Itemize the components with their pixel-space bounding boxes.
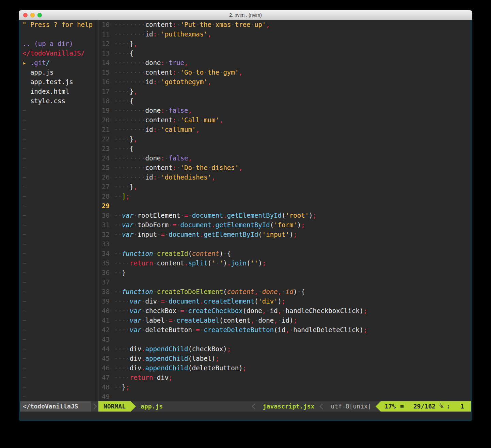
code-line[interactable]: 33 bbox=[98, 239, 471, 249]
code-token: ( bbox=[247, 259, 250, 267]
space-dot: · bbox=[196, 21, 200, 28]
line-number: 41 bbox=[98, 315, 114, 325]
code-line[interactable]: 14········done:·true, bbox=[98, 58, 471, 67]
space-dot: · bbox=[165, 316, 169, 324]
code-line[interactable]: 31··var·toDoForm·=·document.getElementBy… bbox=[98, 220, 471, 230]
code-line[interactable]: 28··]; bbox=[98, 191, 471, 201]
tilde-marker: ~ bbox=[22, 278, 26, 286]
code-line[interactable]: 18····{ bbox=[98, 96, 471, 106]
close-button[interactable] bbox=[23, 13, 28, 17]
space-dot: · bbox=[165, 107, 169, 114]
code-line[interactable]: 23····{ bbox=[98, 144, 471, 153]
tree-token: " Press ? for help bbox=[22, 21, 93, 28]
code-token: ; bbox=[363, 307, 367, 314]
code-token: input bbox=[138, 231, 157, 238]
code-line[interactable]: 13····{ bbox=[98, 48, 471, 58]
code-token: 'div' bbox=[258, 297, 278, 305]
code-line[interactable]: 22····}, bbox=[98, 134, 471, 144]
space-dot: · bbox=[157, 126, 161, 133]
tree-item[interactable]: ▸ .git/ bbox=[20, 58, 98, 67]
code-line[interactable]: 48··}; bbox=[98, 382, 471, 392]
code-line[interactable]: 20········content:·'Call·mum', bbox=[98, 115, 471, 125]
code-token: ( bbox=[188, 345, 192, 353]
code-line[interactable]: 45····div.appendChild(label); bbox=[98, 354, 471, 363]
code-token: done bbox=[247, 307, 262, 314]
tree-item[interactable]: app.test.js bbox=[20, 77, 98, 87]
code-line[interactable]: 40····var·checkBox·=·createCheckbox(done… bbox=[98, 306, 471, 315]
line-number: 11 bbox=[98, 29, 114, 39]
code-token: content bbox=[192, 250, 219, 257]
code-line[interactable]: 36··} bbox=[98, 268, 471, 277]
code-token: . bbox=[211, 221, 215, 229]
space-dot: · bbox=[165, 59, 169, 66]
line-number: 46 bbox=[98, 363, 114, 373]
code-line[interactable]: 41····var·label·=·createLabel(content,·d… bbox=[98, 315, 471, 325]
command-line[interactable] bbox=[20, 412, 471, 419]
code-line[interactable]: 10········content:·'Put·the·xmas·tree·up… bbox=[98, 20, 471, 29]
code-line[interactable]: 49 bbox=[98, 392, 471, 401]
space-dot: · bbox=[180, 212, 184, 219]
code-line[interactable]: 12····}, bbox=[98, 39, 471, 48]
tree-item[interactable]: app.js bbox=[20, 67, 98, 77]
empty-buffer-row: ~ bbox=[20, 230, 98, 239]
space-dot: · bbox=[192, 164, 196, 171]
code-line[interactable]: 16········id:·'gotothegym', bbox=[98, 77, 471, 87]
space-dot: ···· bbox=[114, 316, 130, 324]
code-token: , bbox=[211, 173, 215, 181]
tree-item[interactable]: </todoVanillaJS/ bbox=[20, 48, 98, 58]
code-line[interactable]: 15········content:·'Go·to·the·gym', bbox=[98, 67, 471, 77]
code-line[interactable]: 21········id:·'callmum', bbox=[98, 125, 471, 134]
code-line[interactable]: 11········id:·'putthexmas', bbox=[98, 29, 471, 39]
tree-item[interactable] bbox=[20, 29, 98, 39]
zoom-button[interactable] bbox=[37, 13, 42, 17]
code-line[interactable]: 43 bbox=[98, 335, 471, 344]
space-dot: ·· bbox=[114, 192, 122, 200]
code-line[interactable]: 37 bbox=[98, 277, 471, 287]
space-dot: · bbox=[297, 288, 301, 295]
code-line[interactable]: 25········content:·'Do·the·dishes', bbox=[98, 163, 471, 172]
code-token: ; bbox=[126, 192, 129, 200]
tree-item[interactable]: style.css bbox=[20, 96, 98, 106]
line-number: 35 bbox=[98, 258, 114, 268]
code-line[interactable]: 32··var·input·=·document.getElementById(… bbox=[98, 230, 471, 239]
code-token: done bbox=[145, 59, 161, 66]
code-token: the bbox=[208, 68, 219, 76]
tilde-marker: ~ bbox=[22, 164, 26, 171]
code-token: , bbox=[196, 126, 200, 133]
space-dot: ···· bbox=[114, 374, 130, 381]
line-number: 33 bbox=[98, 239, 114, 249]
space-dot: · bbox=[153, 250, 157, 257]
code-token: 'putthexmas' bbox=[161, 30, 207, 38]
code-line[interactable]: 39····var·div·=·document.createElement('… bbox=[98, 296, 471, 306]
code-line[interactable]: 38··function·createToDoElement(content,·… bbox=[98, 287, 471, 296]
tree-item[interactable]: .. (up a dir) bbox=[20, 39, 98, 48]
minimize-button[interactable] bbox=[30, 13, 35, 17]
code-line[interactable]: 30··var·rootElement·=·document.getElemen… bbox=[98, 211, 471, 220]
tree-item[interactable]: index.html bbox=[20, 87, 98, 96]
space-dot: · bbox=[176, 164, 180, 171]
tree-item[interactable]: " Press ? for help bbox=[20, 20, 98, 29]
tilde-marker: ~ bbox=[22, 202, 26, 210]
powerline-chevron-left-icon bbox=[252, 404, 257, 410]
code-token: document bbox=[169, 231, 200, 238]
code-line[interactable]: 35····return·content.split('·').join('')… bbox=[98, 258, 471, 268]
space-dot: · bbox=[153, 259, 157, 267]
code-line[interactable]: 24········done:·false, bbox=[98, 153, 471, 163]
code-token: ( bbox=[188, 364, 192, 372]
empty-buffer-row: ~ bbox=[20, 296, 98, 306]
code-line[interactable]: 42····var·deleteButton·=·createDeleteBut… bbox=[98, 325, 471, 335]
code-line[interactable]: 46····div.appendChild(deleteButton); bbox=[98, 363, 471, 373]
titlebar[interactable]: 2. nvim . (nvim) bbox=[19, 10, 472, 20]
code-line[interactable]: 26········id:·'dothedishes', bbox=[98, 172, 471, 182]
code-line[interactable]: 19········done:·false, bbox=[98, 106, 471, 115]
code-line[interactable]: 34··function·createId(content)·{ bbox=[98, 249, 471, 258]
space-dot: ···· bbox=[114, 97, 130, 105]
code-line[interactable]: 27····}, bbox=[98, 182, 471, 191]
code-line[interactable]: 17····}, bbox=[98, 87, 471, 96]
code-token: id bbox=[282, 316, 289, 324]
code-line[interactable]: 47····return·div; bbox=[98, 373, 471, 382]
space-dot: · bbox=[157, 173, 161, 181]
code-line[interactable]: 29 bbox=[98, 201, 471, 211]
code-token: , bbox=[239, 164, 242, 171]
code-line[interactable]: 44····div.appendChild(checkBox); bbox=[98, 344, 471, 354]
